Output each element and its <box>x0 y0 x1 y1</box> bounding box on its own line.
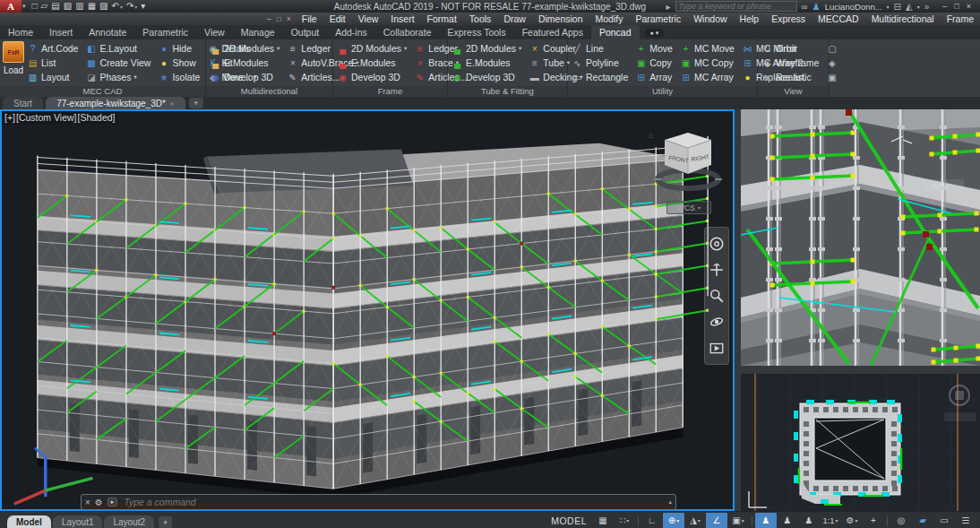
orbit-icon[interactable] <box>709 314 725 330</box>
menu-dimension[interactable]: Dimension <box>532 13 589 24</box>
pan-icon[interactable] <box>709 262 725 278</box>
e-modules-button[interactable]: ▄E.Modules <box>451 56 522 70</box>
navigation-bar[interactable] <box>704 227 729 365</box>
ribbon-tab-output[interactable]: Output <box>283 25 328 39</box>
window-restore-button[interactable]: □ <box>954 2 959 11</box>
menu-parametric[interactable]: Parametric <box>629 13 687 24</box>
command-history-icon[interactable]: ▴ <box>668 498 672 506</box>
viewport-splitter-horizontal[interactable] <box>741 366 980 374</box>
menu-express[interactable]: Express <box>765 13 812 24</box>
publish-icon[interactable]: ▦ <box>88 1 96 12</box>
phases-button[interactable]: ◪Phases▾ <box>84 70 151 84</box>
menu-insert[interactable]: Insert <box>384 13 420 24</box>
undo-icon[interactable]: ↶▾ <box>112 1 123 13</box>
window-close-button[interactable]: × <box>967 2 971 11</box>
command-customize-icon[interactable]: ⚙ <box>95 498 103 507</box>
dropdown-arrow-icon[interactable]: ▾ <box>120 4 123 10</box>
full-navigation-wheel-icon[interactable] <box>709 236 725 252</box>
ribbon-tab-home[interactable]: Home <box>0 25 41 39</box>
ribbon-tab-add-ins[interactable]: Add-ins <box>327 25 375 39</box>
realistic-button[interactable]: ■Realistic <box>761 70 820 84</box>
ribbon-tab-collaborate[interactable]: Collaborate <box>375 25 440 39</box>
art-code-button[interactable]: ?Art.Code <box>26 41 79 56</box>
status-grid-mode[interactable]: ▦ <box>592 513 614 528</box>
status-clean-screen[interactable]: ▭ <box>933 513 955 528</box>
status-snap-mode[interactable]: ∷▾ <box>614 513 635 528</box>
new-drawing-button[interactable]: + <box>189 98 203 108</box>
layout-tab-model[interactable]: Model <box>7 515 51 528</box>
status-isolate-objects[interactable]: ◎ <box>890 513 912 528</box>
showmotion-icon[interactable] <box>709 340 725 356</box>
menu-view[interactable]: View <box>352 13 385 24</box>
ribbon-tab-insert[interactable]: Insert <box>41 25 81 39</box>
menu-tools[interactable]: Tools <box>463 13 498 24</box>
menu-window[interactable]: Window <box>687 13 733 24</box>
search-input[interactable] <box>675 1 797 12</box>
redo-icon[interactable]: ↷▾ <box>126 1 137 13</box>
save-icon[interactable]: ▤ <box>51 1 59 12</box>
rectangle-button[interactable]: ▭Rectangle <box>571 70 629 84</box>
ribbon-tab-parametric[interactable]: Parametric <box>134 25 196 39</box>
command-close-icon[interactable]: × <box>85 498 90 507</box>
move-button[interactable]: +Move <box>634 41 674 56</box>
tab-close-icon[interactable]: × <box>170 100 175 108</box>
qat-customize-icon[interactable]: ▾ <box>141 1 145 12</box>
autocad-logo-icon[interactable]: A <box>0 0 21 13</box>
user-dropdown-icon[interactable]: ▾ <box>887 4 890 10</box>
layout-tab-layout2[interactable]: Layout2 <box>104 515 154 528</box>
status-graphics-performance[interactable]: ▰ <box>912 513 933 528</box>
new-layout-button[interactable]: + <box>159 516 172 528</box>
command-line[interactable]: × ⚙ ▸ ▴ <box>81 494 676 510</box>
viewport-visual-style-control[interactable]: [Shaded] <box>77 112 115 123</box>
line-button[interactable]: ╱Line <box>571 41 629 56</box>
ribbon-tab-featured-apps[interactable]: Featured Apps <box>514 25 591 39</box>
copy-button[interactable]: ▣Copy <box>634 56 674 70</box>
create-view-button[interactable]: ▩Create View <box>84 56 151 70</box>
dropdown-arrow-icon[interactable]: ▾ <box>134 4 137 10</box>
polyline-button[interactable]: ∿Polyline <box>571 56 629 70</box>
e-modules-button[interactable]: ▄E.Modules <box>209 56 280 70</box>
command-input[interactable] <box>122 496 664 508</box>
orbit-button[interactable]: ↻Orbit <box>761 41 820 56</box>
a360-dropdown-icon[interactable]: ▾ <box>917 4 920 10</box>
status-annotation-scale[interactable]: ♟ <box>798 513 820 528</box>
ribbon-tab-view[interactable]: View <box>196 25 233 39</box>
ucs-selector[interactable]: WCS ▾ <box>666 201 711 214</box>
status-annotation-visibility[interactable]: ♟ <box>755 513 777 528</box>
develop-3d-button[interactable]: ◉Develop 3D <box>209 70 280 84</box>
file-tab-77-example-kwikstage-3d[interactable]: 77-example-kwikstage_3D*× <box>46 97 185 109</box>
array-button[interactable]: ⊞Array <box>634 70 674 84</box>
menu-edit[interactable]: Edit <box>323 13 352 24</box>
user-name[interactable]: LucianoDonn... <box>825 2 882 12</box>
plan-viewport[interactable] <box>741 374 980 511</box>
print-icon[interactable]: ▨ <box>99 1 107 12</box>
new-file-icon[interactable]: □ <box>32 1 38 12</box>
toolbar-overflow-icon[interactable]: » <box>924 2 930 12</box>
status-tray-plus[interactable]: + <box>863 513 884 528</box>
menu-modify[interactable]: Modify <box>589 13 630 24</box>
menu-file[interactable]: File <box>296 13 323 24</box>
doc-restore-button[interactable]: □ <box>277 14 281 23</box>
status-object-snap[interactable]: ▣▾ <box>727 513 749 528</box>
status-isometric-drafting[interactable]: ◮▾ <box>684 513 706 528</box>
ribbon-tab-poncad[interactable]: Poncad <box>591 25 640 39</box>
model-space-label[interactable]: MODEL <box>551 515 587 526</box>
ribbon-tab-annotate[interactable]: Annotate <box>81 25 134 39</box>
menu-help[interactable]: Help <box>734 13 766 24</box>
cart-icon[interactable]: ⊟ <box>894 2 901 12</box>
e-layout-button[interactable]: ◧E.Layout <box>84 41 151 56</box>
status-annotation-scale-value[interactable]: 1:1▾ <box>820 513 841 528</box>
status-annotation-autoscale[interactable]: ♟ <box>777 513 798 528</box>
viewport-splitter-vertical[interactable] <box>735 109 741 511</box>
ribbon-display-toggle[interactable]: ● ▾ <box>645 29 665 38</box>
viewport-plus-control[interactable]: [+] <box>4 112 15 123</box>
doc-close-button[interactable]: × <box>287 14 291 23</box>
menu-format[interactable]: Format <box>421 13 463 24</box>
hide-button[interactable]: ●Hide <box>157 41 201 56</box>
status-customization-menu[interactable]: ☰ <box>955 513 976 528</box>
mc-array-button[interactable]: ⊞MC Array <box>679 70 735 84</box>
wireframe-button[interactable]: ◈Wireframe <box>761 56 820 70</box>
mc-copy-button[interactable]: ▣MC Copy <box>679 56 735 70</box>
e-modules-button[interactable]: ▄E.Modules <box>336 56 408 70</box>
search-icon[interactable]: ∞ <box>802 2 808 12</box>
